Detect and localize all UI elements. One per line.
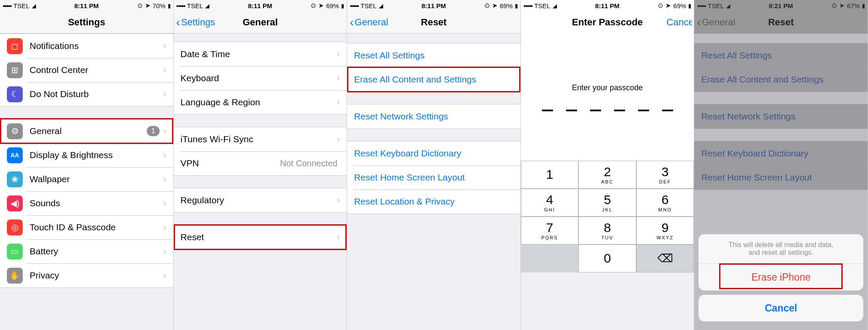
settings-row-regulatory[interactable]: Regulatory› [174,188,347,212]
carrier: TSEL [534,2,550,9]
badge: 1 [147,126,160,136]
chevron-right-icon: › [163,246,166,257]
aa-icon: AA [7,147,23,163]
settings-row-do-not-disturb[interactable]: ☾Do Not Disturb› [0,82,173,106]
chevron-right-icon: › [163,198,166,209]
settings-row-notifications[interactable]: ◻Notifications› [0,34,173,58]
settings-row-touch-id-passcode[interactable]: ◎Touch ID & Passcode› [0,215,173,239]
numeric-keypad: 12ABC3DEF4GHI5JKL6MNO7PQRS8TUV9WXYZ0⌫ [521,161,694,272]
keypad-key-3[interactable]: 3DEF [636,161,694,189]
status-bar: ●●●●●TSEL◢ 8:11 PM ⊙➤69%▮ [347,0,520,11]
battery-pct: 69% [673,2,686,9]
screen-passcode: ●●●●●TSEL◢ 8:11 PM ⊙➤69%▮ Enter Passcode… [521,0,695,330]
status-time: 8:11 PM [595,2,620,9]
reset-row-reset-all-settings[interactable]: Reset All Settings [347,43,520,67]
wifi-icon: ◢ [379,3,383,9]
keypad-key-2[interactable]: 2ABC [578,161,636,189]
keypad-key-5[interactable]: 5JKL [578,189,636,217]
row-label: Privacy [30,270,163,281]
chevron-right-icon: › [163,270,166,281]
settings-row-battery[interactable]: ▭Battery› [0,239,173,263]
reset-row-reset-home-screen-layout[interactable]: Reset Home Screen Layout [347,165,520,189]
chevron-right-icon: › [163,125,166,137]
key-number: 5 [604,193,611,206]
chevron-right-icon: › [337,49,340,60]
erase-iphone-button[interactable]: Erase iPhone [699,264,863,290]
reset-row-reset-keyboard-dictionary[interactable]: Reset Keyboard Dictionary [347,141,520,165]
page-title: Reset [421,17,447,28]
back-label: Settings [181,17,215,28]
location-icon: ➤ [145,2,151,9]
settings-row-reset[interactable]: Reset› [174,225,347,249]
row-label: Do Not Disturb [30,89,163,99]
status-bar: ●●●●●TSEL◢ 8:11 PM ⊙➤69%▮ [174,0,347,11]
battery-pct: 69% [500,2,513,9]
settings-row-privacy[interactable]: ✋Privacy› [0,263,173,287]
keypad-key-4[interactable]: 4GHI [521,189,579,217]
sheet-cancel-button[interactable]: Cancel [699,295,863,321]
key-number: 6 [662,193,669,206]
key-letters: GHI [544,207,555,212]
battery-icon: ▮ [515,3,518,9]
settings-row-display-brightness[interactable]: AADisplay & Brightness› [0,143,173,167]
row-label: Reset Home Screen Layout [354,172,514,183]
reset-row-erase-all-content-and-settings[interactable]: Erase All Content and Settings [347,67,520,92]
row-label: Wallpaper [30,174,163,184]
row-label: Regulatory [181,195,337,205]
keypad-key-6[interactable]: 6MNO [636,189,694,217]
settings-row-keyboard[interactable]: Keyboard› [174,66,347,90]
keypad-key-7[interactable]: 7PQRS [521,217,579,244]
passcode-dashes [542,110,673,111]
row-label: VPN [181,158,280,168]
status-bar: ●●●●●TSEL◢ 8:11 PM ⊙➤69%▮ [521,0,694,11]
reset-row-reset-location-privacy[interactable]: Reset Location & Privacy [347,189,520,214]
general-list: Date & Time›Keyboard›Language & Region›i… [174,34,347,330]
chevron-right-icon: › [163,64,166,76]
row-detail: Not Connected [280,159,337,168]
passcode-prompt: Enter your passcode [572,83,643,92]
settings-row-sounds[interactable]: ◀)Sounds› [0,191,173,215]
keypad-blank [521,244,579,272]
keypad-key-1[interactable]: 1 [521,161,579,189]
hand-icon: ✋ [7,268,23,284]
row-label: Sounds [30,198,163,208]
navbar: ‹General Reset [347,11,520,34]
back-button[interactable]: ‹General [350,16,388,28]
row-label: Date & Time [181,49,337,59]
touch-icon: ◎ [7,220,23,235]
reset-row-reset-network-settings[interactable]: Reset Network Settings [347,104,520,128]
chevron-right-icon: › [337,195,340,206]
keypad-key-9[interactable]: 9WXYZ [636,217,694,244]
wifi-icon: ◢ [553,3,557,9]
key-letters: MNO [658,207,672,212]
cc-icon: ⊞ [7,62,23,78]
back-button[interactable]: ‹Settings [176,16,215,28]
chevron-left-icon: ‹ [350,16,354,28]
cancel-button[interactable]: Cancel [666,17,692,28]
key-number: 8 [604,221,611,234]
gear-icon: ⚙ [7,123,23,139]
keypad-key-8[interactable]: 8TUV [578,217,636,244]
settings-row-control-center[interactable]: ⊞Control Center› [0,58,173,82]
backspace-icon: ⌫ [657,252,673,265]
signal-dots-icon: ●●●●● [350,3,358,8]
action-sheet: This will delete all media and data,and … [699,234,863,326]
settings-row-date-time[interactable]: Date & Time› [174,42,347,66]
alarm-icon: ⊙ [137,2,143,9]
battery-icon: ▮ [341,3,344,9]
key-letters: TUV [602,235,614,240]
settings-row-itunes-wi-fi-sync[interactable]: iTunes Wi-Fi Sync› [174,127,347,151]
passcode-dash [542,110,553,111]
keypad-key-0[interactable]: 0 [578,244,636,272]
settings-row-language-region[interactable]: Language & Region› [174,90,347,114]
keypad-delete-button[interactable]: ⌫ [636,244,694,272]
settings-row-vpn[interactable]: VPNNot Connected [174,151,347,175]
row-label: Control Center [30,65,163,75]
signal-dots-icon: ●●●●● [176,3,185,8]
carrier: TSEL [360,2,377,9]
row-label: Reset Keyboard Dictionary [354,148,514,159]
settings-row-wallpaper[interactable]: ❀Wallpaper› [0,167,173,191]
chevron-right-icon: › [163,150,166,161]
passcode-dash [638,110,649,111]
settings-row-general[interactable]: ⚙General1› [0,119,173,143]
